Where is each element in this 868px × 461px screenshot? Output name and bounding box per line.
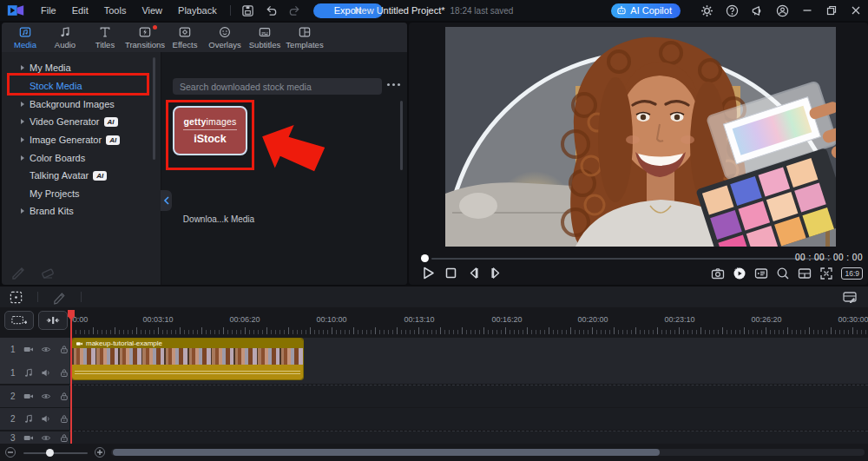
sidebar-item-label: Background Images: [30, 99, 115, 109]
more-options-icon[interactable]: [387, 83, 400, 86]
timeline-ruler[interactable]: 00:00 00:03:10 00:06:20 00:10:00 00:13:1…: [71, 309, 868, 335]
zoom-level-icon[interactable]: [776, 267, 790, 280]
track-lane[interactable]: [69, 408, 868, 430]
draw-tool-icon[interactable]: [10, 264, 26, 280]
ruler-label: 00:10:00: [316, 315, 346, 324]
sidebar-item-label: Image Generator: [30, 135, 102, 145]
sidebar-item-video-generator[interactable]: Video GeneratorAI: [2, 113, 151, 130]
transform-tool-icon[interactable]: [9, 290, 23, 305]
menu-playback[interactable]: Playback: [170, 0, 225, 21]
track-header: 1: [0, 361, 69, 384]
tab-subtitles[interactable]: Subtitles: [245, 23, 285, 52]
add-track-button[interactable]: [4, 311, 34, 330]
settings-gear-icon[interactable]: [700, 4, 713, 17]
previous-frame-button[interactable]: [466, 266, 481, 280]
render-preview-icon[interactable]: [733, 267, 746, 280]
zoom-out-button[interactable]: [5, 447, 16, 458]
play-button[interactable]: [421, 266, 436, 280]
visibility-toggle-icon[interactable]: [41, 344, 51, 355]
panel-collapse-handle[interactable]: [161, 190, 172, 211]
expand-arrow-icon[interactable]: [21, 65, 24, 70]
menu-tools[interactable]: Tools: [96, 0, 135, 21]
track-number: 2: [10, 392, 16, 401]
restore-button[interactable]: [826, 5, 837, 16]
sidebar-scrollbar[interactable]: [153, 57, 155, 160]
lock-toggle-icon[interactable]: [59, 344, 69, 355]
content-scrollbar[interactable]: [400, 101, 403, 170]
fullscreen-icon[interactable]: [819, 267, 833, 280]
track-lane[interactable]: [69, 431, 868, 444]
lock-toggle-icon[interactable]: [59, 391, 69, 402]
expand-arrow-icon[interactable]: [21, 155, 24, 161]
save-icon[interactable]: [241, 4, 254, 17]
zoom-slider-handle[interactable]: [46, 449, 54, 457]
playlist-icon[interactable]: [754, 267, 768, 280]
tab-audio[interactable]: Audio: [45, 23, 85, 52]
expand-arrow-icon[interactable]: [21, 137, 24, 142]
minimize-button[interactable]: [802, 5, 812, 16]
sidebar-item-image-generator[interactable]: Image GeneratorAI: [2, 131, 151, 148]
sidebar-item-background-images[interactable]: Background Images: [2, 95, 151, 113]
eraser-tool-icon[interactable]: [40, 264, 56, 280]
menu-edit[interactable]: Edit: [64, 0, 96, 21]
close-button[interactable]: [851, 5, 861, 16]
aspect-ratio-badge[interactable]: 16:9: [841, 267, 863, 280]
export-button[interactable]: Export: [313, 3, 383, 18]
tab-transitions[interactable]: Transitions: [125, 23, 165, 52]
expand-arrow-icon[interactable]: [21, 208, 24, 214]
mute-toggle-icon[interactable]: [41, 367, 51, 379]
redo-icon[interactable]: [288, 4, 301, 17]
track-lane[interactable]: [69, 385, 868, 407]
lock-toggle-icon[interactable]: [59, 367, 69, 379]
tab-templates[interactable]: Templates: [285, 23, 325, 52]
track-number: 2: [10, 414, 16, 424]
next-frame-button[interactable]: [489, 266, 503, 280]
zoom-in-button[interactable]: [95, 447, 105, 458]
auto-ripple-button[interactable]: [38, 311, 68, 330]
sidebar-item-label: Brand Kits: [30, 206, 74, 216]
announcements-icon[interactable]: [751, 4, 764, 17]
toolbar-divider: [37, 292, 38, 302]
ai-copilot-button[interactable]: AI Copilot: [611, 3, 681, 18]
tab-overlays[interactable]: Overlays: [205, 23, 245, 52]
sidebar-item-talking-avatar[interactable]: Talking AvatarAI: [2, 167, 151, 184]
toolbar-divider: [81, 292, 82, 302]
timeline-bottom-bar: [0, 444, 868, 461]
visibility-toggle-icon[interactable]: [41, 391, 51, 402]
sidebar-item-brand-kits[interactable]: Brand Kits: [2, 202, 151, 220]
timeline-hscroll-thumb[interactable]: [113, 449, 660, 456]
stop-button[interactable]: [444, 266, 458, 280]
menu-view[interactable]: View: [134, 0, 170, 21]
seek-handle[interactable]: [421, 254, 429, 262]
search-input[interactable]: [173, 78, 382, 95]
visibility-toggle-icon[interactable]: [41, 432, 51, 444]
tab-effects[interactable]: Effects: [165, 23, 205, 52]
mute-toggle-icon[interactable]: [41, 413, 51, 425]
expand-arrow-icon[interactable]: [21, 119, 24, 124]
tab-titles[interactable]: Titles: [85, 23, 125, 52]
timeline-clip[interactable]: makeup-tutorial-example: [72, 339, 303, 379]
sidebar-item-color-boards[interactable]: Color Boards: [2, 149, 151, 167]
playhead-line[interactable]: [70, 310, 72, 444]
help-icon[interactable]: [726, 4, 739, 17]
seek-track[interactable]: [431, 258, 832, 260]
seek-bar[interactable]: 00 : 00 : 00 : 00: [409, 254, 868, 264]
manage-tracks-icon[interactable]: [842, 289, 858, 305]
video-preview[interactable]: [445, 27, 836, 247]
account-icon[interactable]: [776, 4, 789, 17]
split-view-icon[interactable]: [798, 267, 812, 280]
menu-file[interactable]: File: [33, 0, 64, 21]
lock-toggle-icon[interactable]: [59, 413, 69, 425]
snapshot-camera-icon[interactable]: [711, 267, 725, 280]
pen-tool-icon[interactable]: [52, 290, 67, 305]
lock-toggle-icon[interactable]: [59, 432, 69, 444]
zoom-slider-track[interactable]: [23, 452, 88, 454]
timeline-hscrollbar[interactable]: [111, 449, 865, 456]
expand-arrow-icon[interactable]: [21, 102, 24, 107]
tab-media[interactable]: Media: [5, 23, 45, 52]
sidebar-item-my-projects[interactable]: My Projects: [2, 185, 151, 202]
undo-icon[interactable]: [265, 4, 278, 17]
video-track-icon: [23, 344, 34, 355]
track-number: 1: [10, 368, 16, 378]
track-header: 2: [0, 408, 69, 430]
